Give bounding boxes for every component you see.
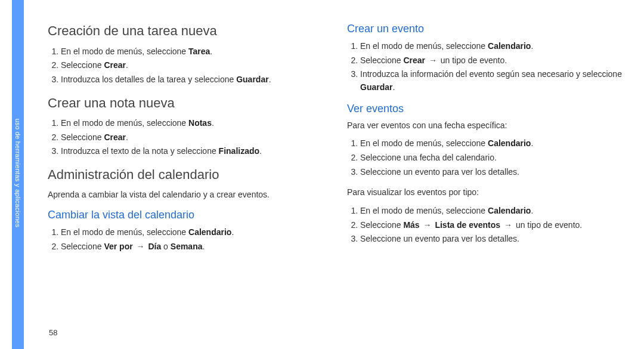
heading-task-create: Creación de una tarea nueva xyxy=(48,23,328,39)
list-change-view: En el modo de menús, seleccione Calendar… xyxy=(48,226,328,253)
text: Seleccione un evento para ver los detall… xyxy=(360,234,519,243)
list-item: Seleccione Crear. xyxy=(61,59,328,72)
text: un tipo de evento. xyxy=(438,55,507,65)
list-item: Seleccione Más → Lista de eventos → un t… xyxy=(360,219,627,232)
text: Introduzca el texto de la nota y selecci… xyxy=(61,146,219,156)
bold-text: Más xyxy=(403,220,419,230)
list-item: Seleccione una fecha del calendario. xyxy=(360,152,627,165)
text: . xyxy=(231,227,234,237)
manual-page: uso de herramientas y aplicaciones Creac… xyxy=(0,0,644,349)
subheading-create-event: Crear un evento xyxy=(347,23,627,35)
list-task-create: En el modo de menús, seleccione Tarea. S… xyxy=(48,45,328,87)
text: . xyxy=(259,146,262,156)
text: . xyxy=(531,206,533,215)
text: Seleccione xyxy=(360,55,403,65)
bold-text: Calendario xyxy=(488,138,531,148)
subheading-view-events: Ver eventos xyxy=(347,103,627,115)
bold-text: Semana xyxy=(171,242,203,251)
bold-text: Día xyxy=(148,242,161,251)
list-note-create: En el modo de menús, seleccione Notas. S… xyxy=(48,117,328,158)
bold-text: Tarea xyxy=(188,47,210,56)
bold-text: Calendario xyxy=(188,227,231,237)
list-item: En el modo de menús, seleccione Notas. xyxy=(61,117,328,130)
text: . xyxy=(212,118,214,128)
bold-text: Notas xyxy=(188,118,212,128)
content-columns: Creación de una tarea nueva En el modo d… xyxy=(48,19,627,337)
heading-calendar-admin: Administración del calendario xyxy=(48,166,328,183)
bold-text: Calendario xyxy=(488,206,531,215)
list-item: Introduzca los detalles de la tarea y se… xyxy=(61,73,328,87)
paragraph-view-by-date: Para ver eventos con una fecha específic… xyxy=(347,120,627,132)
list-item: Introduzca el texto de la nota y selecci… xyxy=(61,145,328,158)
list-view-by-date: En el modo de menús, seleccione Calendar… xyxy=(347,137,627,178)
text: Introduzca la información del evento seg… xyxy=(360,69,622,79)
list-create-event: En el modo de menús, seleccione Calendar… xyxy=(347,40,627,94)
list-item: En el modo de menús, seleccione Calendar… xyxy=(360,40,627,53)
list-item: Seleccione un evento para ver los detall… xyxy=(360,233,627,246)
paragraph-calendar-intro: Aprenda a cambiar la vista del calendari… xyxy=(48,189,328,201)
text: . xyxy=(210,47,212,56)
text: En el modo de menús, seleccione xyxy=(360,138,488,148)
bold-text: Calendario xyxy=(488,41,531,51)
arrow-icon: → xyxy=(428,54,438,67)
text: Seleccione xyxy=(61,132,104,142)
list-item: Seleccione un evento para ver los detall… xyxy=(360,166,627,179)
bold-text: Crear xyxy=(104,60,126,70)
text: En el modo de menús, seleccione xyxy=(360,41,488,51)
text: En el modo de menús, seleccione xyxy=(61,118,188,128)
text: En el modo de menús, seleccione xyxy=(61,227,188,237)
list-item: Seleccione Crear → un tipo de evento. xyxy=(360,54,627,67)
bold-text: Lista de eventos xyxy=(435,220,500,230)
text: . xyxy=(203,242,205,251)
text: . xyxy=(531,138,533,148)
list-item: En el modo de menús, seleccione Calendar… xyxy=(61,226,328,239)
list-item: En el modo de menús, seleccione Calendar… xyxy=(360,137,627,150)
heading-note-create: Crear una nota nueva xyxy=(48,95,328,112)
text: o xyxy=(161,242,171,251)
text: En el modo de menús, seleccione xyxy=(360,206,488,215)
list-item: En el modo de menús, seleccione Calendar… xyxy=(360,205,627,218)
text: . xyxy=(269,75,271,84)
text: . xyxy=(126,132,128,142)
bold-text: Guardar xyxy=(360,82,392,92)
right-column: Crear un evento En el modo de menús, sel… xyxy=(347,19,627,337)
text: . xyxy=(392,82,395,92)
sidebar-section-label: uso de herramientas y aplicaciones xyxy=(12,89,24,257)
text: Seleccione xyxy=(61,242,104,251)
text: . xyxy=(126,60,128,70)
bold-text: Guardar xyxy=(236,75,268,84)
arrow-icon: → xyxy=(422,219,433,232)
subheading-change-view: Cambiar la vista del calendario xyxy=(48,209,328,221)
text: Seleccione un evento para ver los detall… xyxy=(360,167,519,177)
text: un tipo de evento. xyxy=(513,220,582,230)
page-number: 58 xyxy=(49,328,57,337)
text: Introduzca los detalles de la tarea y se… xyxy=(61,75,236,84)
text: . xyxy=(531,41,533,51)
list-item: En el modo de menús, seleccione Tarea. xyxy=(61,45,328,58)
text: Seleccione xyxy=(61,60,104,70)
paragraph-view-by-type: Para visualizar los eventos por tipo: xyxy=(347,187,627,199)
arrow-icon: → xyxy=(135,240,146,254)
list-item: Introduzca la información del evento seg… xyxy=(360,68,627,94)
arrow-icon: → xyxy=(503,219,513,232)
list-item: Seleccione Ver por → Día o Semana. xyxy=(61,240,328,254)
bold-text: Ver por xyxy=(104,242,132,251)
bold-text: Crear xyxy=(104,132,126,142)
text: Seleccione una fecha del calendario. xyxy=(360,153,497,162)
text: Seleccione xyxy=(360,220,403,230)
left-column: Creación de una tarea nueva En el modo d… xyxy=(48,19,328,337)
bold-text: Finalizado xyxy=(219,146,259,156)
list-item: Seleccione Crear. xyxy=(61,131,328,144)
bold-text: Crear xyxy=(403,55,425,65)
text: En el modo de menús, seleccione xyxy=(61,47,188,56)
sidebar-label-text: uso de herramientas y aplicaciones xyxy=(14,119,21,228)
list-view-by-type: En el modo de menús, seleccione Calendar… xyxy=(347,205,627,246)
